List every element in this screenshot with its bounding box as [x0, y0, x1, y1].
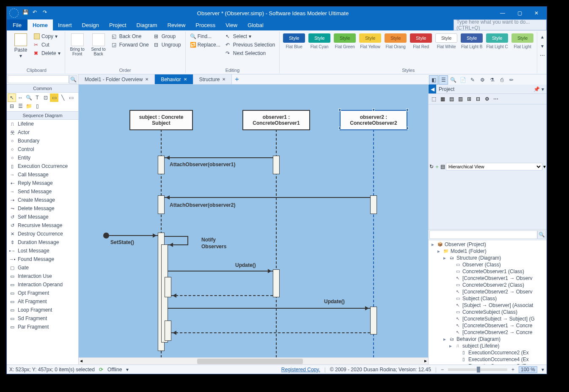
toolbox-item[interactable]: ⇠Reply Message	[7, 179, 78, 187]
proj-tool-icon[interactable]: ▤	[447, 95, 456, 103]
proj-tool-icon[interactable]: ▦	[438, 95, 447, 103]
toolbox-item[interactable]: ▭Interaction Operand	[7, 280, 78, 289]
ribbon-tab-insert[interactable]: Insert	[53, 19, 77, 30]
undo-icon[interactable]: ↶	[33, 9, 40, 17]
style-swatch[interactable]: StyleFlat Green	[333, 33, 357, 49]
toolbox-item[interactable]: ▢Gate	[7, 263, 78, 272]
ribbon-tab-project[interactable]: Project	[104, 19, 131, 30]
selection-handle[interactable]	[406, 127, 409, 129]
proj-tool-icon[interactable]: ▥	[456, 95, 465, 103]
gallery-more-icon[interactable]: ⋯	[538, 51, 547, 60]
maximize-button[interactable]: ▢	[511, 7, 528, 19]
horizontal-scrollbar[interactable]: ◂ ▸	[79, 357, 428, 365]
pointer-tool[interactable]: ↖	[8, 93, 16, 102]
toolbox-item[interactable]: →Send Message	[7, 187, 78, 196]
view-dropdown-icon[interactable]: ▾	[543, 164, 546, 170]
ribbon-tab-global[interactable]: Global	[242, 19, 269, 30]
exec-bar[interactable]	[273, 156, 280, 174]
container-tool[interactable]: ⊟	[8, 102, 16, 110]
box-tool[interactable]: ▯	[33, 102, 41, 110]
command-search[interactable]: Type here what you want to do... (CTRL+Q…	[454, 19, 547, 30]
return-arrow[interactable]	[171, 295, 273, 296]
delete-button[interactable]: ✖Delete▾	[32, 49, 62, 57]
tree-node[interactable]: ▸⎍subject (Lifeline)	[429, 343, 547, 349]
lifeline-observer1[interactable]: observer1 : ConcreteObserver1	[242, 110, 310, 130]
zoom-dropdown-icon[interactable]: ▾	[542, 367, 544, 373]
style-swatch[interactable]: StyleFlat Light	[511, 33, 534, 49]
project-tree[interactable]: ▸📦Observer (Project)▸📁Model1 (Folder)▸🗂S…	[429, 240, 547, 365]
toolbox-item[interactable]: ↺Recursive Message	[7, 221, 78, 230]
tree-twisty-icon[interactable]: ▸	[436, 248, 441, 254]
toolbox-item[interactable]: ✕Destroy Occurrence	[7, 230, 78, 238]
selection-handle[interactable]	[372, 109, 375, 111]
zoom-tool[interactable]: 🔍	[25, 93, 33, 102]
dock-tool-7-icon[interactable]: ⚗	[487, 75, 497, 85]
paste-button[interactable]: Paste▾	[11, 33, 30, 60]
tree-node[interactable]: ▸🗂Behavior (Diagram)	[429, 336, 547, 343]
cut-button[interactable]: ✂Cut	[32, 41, 62, 49]
tree-node[interactable]: ↖[ConcreteObserver2 → Concre	[429, 329, 547, 336]
refresh-icon[interactable]: ↻	[429, 164, 434, 170]
add-tab-button[interactable]: ＋	[232, 74, 242, 84]
note-tool[interactable]: ▭	[50, 93, 58, 102]
project-search-input[interactable]	[429, 230, 537, 239]
toolbox-item[interactable]: ▭Sd Fragment	[7, 314, 78, 323]
save-icon[interactable]: 💾	[22, 9, 30, 17]
proj-tool-icon[interactable]: ⚙	[483, 95, 491, 103]
zoom-in-button[interactable]: +	[511, 367, 514, 373]
ribbon-tab-process[interactable]: Process	[190, 19, 220, 30]
select-button[interactable]: ↖Select▾	[224, 33, 277, 40]
tree-node[interactable]: ↖[Subject → Observer] (Associat	[429, 302, 547, 309]
message-arrow[interactable]	[165, 197, 370, 198]
toolbox-item[interactable]: ⇕Duration Message	[7, 238, 78, 247]
dock-tool-6-icon[interactable]: ⚙	[478, 75, 487, 85]
tree-node[interactable]: ▭Subject (Class)	[429, 295, 547, 302]
tree-twisty-icon[interactable]: ▸	[448, 343, 453, 349]
diagram-canvas[interactable]: subject : Concrete Subject observer1 : C…	[79, 85, 428, 357]
tree-node[interactable]: ▭ConcreteObserver2 (Class)	[429, 282, 547, 288]
folder-tool[interactable]: 📁	[25, 102, 33, 110]
toolbox-item[interactable]: →•Found Message	[7, 255, 78, 263]
dock-tool-5-icon[interactable]: ✎	[468, 75, 477, 85]
tab-close-icon[interactable]: ✕	[222, 77, 225, 82]
tree-node[interactable]: ▸📁Model1 (Folder)	[429, 248, 547, 255]
view-icon[interactable]: ▤	[440, 164, 445, 170]
style-swatch[interactable]: StyleFlat Orang	[384, 33, 407, 49]
toolbox-item[interactable]: ⇢Create Message	[7, 196, 78, 204]
zoom-slider[interactable]	[448, 368, 507, 371]
tree-node[interactable]: ▯ExecutionOccurrence2 (Ex	[429, 349, 547, 356]
tree-node[interactable]: ▭Observer (Class)	[429, 261, 547, 268]
ribbon-tab-design[interactable]: Design	[77, 19, 104, 30]
dock-tool-9-icon[interactable]: ✏	[507, 75, 516, 85]
toolbox-item[interactable]: ▭Interaction Use	[7, 272, 78, 280]
view-mode-select[interactable]: Hierarchical View	[446, 163, 542, 170]
style-swatch[interactable]: StyleFlat Light B	[460, 33, 484, 49]
dock-tool-1-icon[interactable]: ◧	[429, 75, 438, 85]
copy-button[interactable]: Copy▾	[32, 33, 62, 40]
tree-node[interactable]: ▸📦Observer (Project)	[429, 241, 547, 248]
ungroup-button[interactable]: ⊟Ungroup	[152, 41, 183, 49]
style-swatch[interactable]: StyleFlat Red	[409, 33, 433, 49]
message-arrow[interactable]	[168, 271, 273, 271]
toolbox-item[interactable]: ○Boundary	[7, 137, 78, 145]
lifeline-subject[interactable]: subject : Concrete Subject	[129, 110, 193, 130]
tree-node[interactable]: ▭ConcreteSubject (Class)	[429, 309, 547, 315]
proj-tool-icon[interactable]: ⊞	[465, 95, 473, 103]
panel-pin-icon[interactable]: 📌	[533, 86, 540, 92]
hand-tool[interactable]: ↔	[16, 93, 25, 102]
frame-tool[interactable]: ⊡	[41, 93, 50, 102]
back-one-button[interactable]: ◱Back One	[110, 33, 151, 40]
selection-handle[interactable]	[338, 109, 341, 111]
toolbox-item[interactable]: ⎍Lifeline	[7, 120, 78, 128]
redo-icon[interactable]: ↷	[43, 9, 50, 17]
return-arrow[interactable]	[171, 332, 370, 333]
panel-collapse-icon[interactable]: ◀	[429, 85, 436, 93]
tree-node[interactable]: ▸🗂Structure (Diagram)	[429, 255, 547, 261]
text-tool[interactable]: T	[33, 93, 41, 102]
line-tool[interactable]: ╲	[58, 93, 67, 102]
document-tab[interactable]: Behavior✕	[155, 74, 193, 84]
rect-tool[interactable]: ▭	[67, 93, 75, 102]
message-arrow[interactable]	[109, 235, 158, 236]
toolbox-item[interactable]: ▭Par Fragment	[7, 323, 78, 331]
gallery-up-icon[interactable]: ▴	[538, 33, 547, 41]
